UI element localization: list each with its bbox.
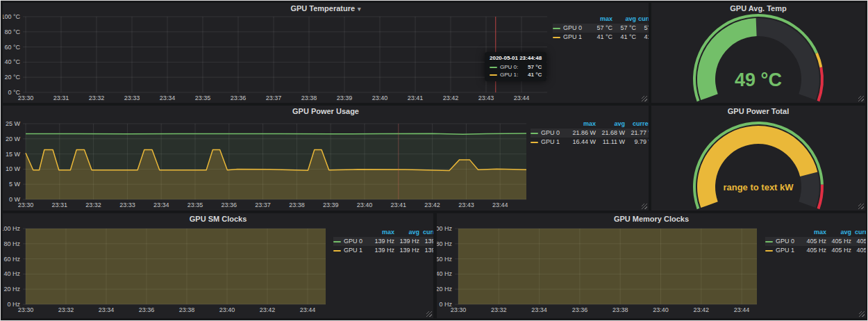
panel-header-gpu-memory-clocks[interactable]: GPU Memory Clocks — [437, 215, 866, 223]
panel-header-gpu-power-usage[interactable]: GPU Power Usage — [3, 107, 649, 115]
x-tick-label: 23:35 — [187, 201, 203, 208]
y-tick-label: 80 Hz — [3, 240, 20, 247]
legend-header-max[interactable]: max — [567, 120, 596, 129]
panel-title-text[interactable]: GPU Avg. Temp — [730, 4, 787, 13]
gpu-temperature-chart[interactable]: 0 °C20 °C40 °C60 °C80 °C100 °C23:3023:31… — [3, 3, 649, 103]
panel-gpu-memory-clocks: GPU Memory Clocks 0 Hz20 Hz40 Hz60 Hz80 … — [437, 213, 866, 318]
legend-header-avg[interactable]: avg — [394, 228, 419, 237]
panel-resize-handle[interactable] — [859, 311, 865, 317]
legend-gpu-temperature: maxavgcurrentGPU 057 °C57 °C57 °CGPU 141… — [553, 15, 649, 42]
panel-resize-handle[interactable] — [426, 311, 432, 317]
panel-resize-handle[interactable] — [858, 96, 864, 101]
y-tick-label: 80 °C — [4, 28, 20, 35]
x-tick-label: 23:36 — [139, 306, 155, 313]
legend-value: 405 Hz — [801, 246, 826, 255]
legend-row: GPU 1405 Hz405 Hz405 Hz — [765, 246, 866, 255]
x-tick-label: 23:31 — [52, 201, 68, 208]
legend-gpu-power-usage: maxavgcurrentGPU 021.86 W21.68 W21.77 WG… — [531, 120, 649, 147]
x-tick-label: 23:36 — [222, 201, 237, 208]
x-tick-label: 23:38 — [612, 306, 628, 313]
legend-series-label[interactable]: GPU 1 — [333, 246, 369, 255]
panel-header-gpu-avg-temp[interactable]: GPU Avg. Temp — [651, 4, 865, 13]
legend-value: 9.79 W — [625, 138, 649, 147]
legend-header-avg[interactable]: avg — [612, 15, 636, 24]
series-color-dash-icon — [553, 28, 560, 29]
legend-value: 16.44 W — [567, 138, 596, 147]
legend-series-label[interactable]: GPU 1 — [765, 246, 801, 255]
legend-value: 405 Hz — [826, 246, 851, 255]
x-tick-label: 23:39 — [337, 94, 353, 101]
legend-header-max[interactable]: max — [801, 228, 826, 237]
legend-series-label[interactable]: GPU 0 — [553, 24, 589, 33]
y-tick-label: 25 W — [6, 120, 21, 127]
x-tick-label: 23:44 — [734, 306, 750, 313]
legend-series-label[interactable]: GPU 1 — [531, 138, 567, 147]
series-color-dash-icon — [490, 67, 497, 68]
y-tick-label: 20 Hz — [437, 286, 452, 293]
legend-series-label[interactable]: GPU 0 — [333, 237, 369, 246]
legend-row: GPU 0405 Hz405 Hz405 Hz — [765, 237, 866, 246]
legend-value: 405 Hz — [801, 237, 826, 246]
legend-header: maxavgcurrent — [531, 120, 649, 129]
panel-gpu-avg-temp: GPU Avg. Temp 49 °C — [651, 3, 865, 103]
chevron-down-icon: ▾ — [358, 6, 361, 13]
legend-row: GPU 1139 Hz139 Hz139 Hz — [333, 246, 433, 255]
series-color-dash-icon — [765, 250, 773, 252]
legend-header: maxavgcurrent — [333, 228, 433, 237]
legend-series-label[interactable]: GPU 0 — [531, 129, 567, 138]
x-tick-label: 23:34 — [160, 94, 176, 101]
y-tick-label: 100 Hz — [3, 225, 20, 232]
y-tick-label: 15 W — [6, 151, 21, 158]
legend-header-current[interactable]: current — [636, 15, 649, 24]
x-tick-label: 23:30 — [18, 94, 34, 101]
x-tick-label: 23:30 — [18, 306, 34, 313]
tooltip-series-label: GPU 0: — [500, 64, 518, 70]
legend-series-label[interactable]: GPU 0 — [765, 237, 801, 246]
x-tick-label: 23:36 — [572, 306, 588, 313]
x-tick-label: 23:32 — [89, 94, 105, 101]
gauge-value: 49 °C — [651, 69, 865, 91]
legend-header-avg[interactable]: avg — [826, 228, 851, 237]
x-tick-label: 23:30 — [18, 201, 34, 208]
legend-header-current[interactable]: current — [625, 120, 649, 129]
panel-resize-handle[interactable] — [642, 96, 647, 101]
legend-header-avg[interactable]: avg — [596, 120, 625, 129]
legend-value: 405 Hz — [826, 237, 851, 246]
y-tick-label: 60 °C — [4, 44, 20, 51]
legend-value: 21.86 W — [567, 129, 596, 138]
legend-value: 11.11 W — [596, 138, 625, 147]
legend-header-max[interactable]: max — [589, 15, 612, 24]
panel-header-gpu-temperature[interactable]: GPU Temperature▾ — [3, 4, 649, 13]
tooltip-timestamp: 2020-05-01 23:44:48 — [490, 55, 542, 61]
panel-title-text[interactable]: GPU Power Total — [728, 107, 789, 115]
legend-header-max[interactable]: max — [369, 228, 394, 237]
y-tick-label: 40 Hz — [437, 270, 452, 277]
legend-value: 41 °C — [612, 33, 636, 42]
x-tick-label: 23:44 — [492, 201, 508, 208]
x-tick-label: 23:35 — [195, 94, 211, 101]
gpu-power-total-gauge — [651, 106, 865, 211]
x-tick-label: 23:41 — [408, 94, 424, 101]
panel-header-gpu-sm-clocks[interactable]: GPU SM Clocks — [3, 215, 433, 223]
panel-gpu-sm-clocks: GPU SM Clocks 0 Hz20 Hz40 Hz60 Hz80 Hz10… — [3, 213, 433, 318]
panel-resize-handle[interactable] — [642, 204, 647, 209]
legend-header-current[interactable]: current — [419, 228, 433, 237]
tooltip-series-row: GPU 1:41 °C — [490, 71, 542, 79]
panel-title-text[interactable]: GPU Memory Clocks — [614, 215, 689, 223]
legend-header-current[interactable]: current — [851, 228, 866, 237]
panel-header-gpu-power-total[interactable]: GPU Power Total — [651, 107, 865, 115]
panel-title-text[interactable]: GPU Temperature — [290, 4, 355, 13]
legend-value: 139 Hz — [369, 237, 394, 246]
legend-value: 57 °C — [636, 24, 649, 33]
legend-series-label[interactable]: GPU 1 — [553, 33, 589, 42]
graph-tooltip: 2020-05-01 23:44:48 GPU 0:57 °CGPU 1:41 … — [485, 52, 546, 81]
y-tick-label: 100 °C — [3, 13, 20, 20]
legend-row: GPU 141 °C41 °C41 °C — [553, 33, 649, 42]
legend-value: 41 °C — [636, 33, 649, 42]
gauge-value: range to text kW — [651, 182, 865, 192]
legend-row: GPU 0139 Hz139 Hz139 Hz — [333, 237, 433, 246]
panel-title-text[interactable]: GPU Power Usage — [292, 107, 359, 115]
y-tick-label: 20 W — [6, 135, 21, 142]
panel-resize-handle[interactable] — [858, 204, 864, 209]
panel-title-text[interactable]: GPU SM Clocks — [190, 215, 247, 223]
